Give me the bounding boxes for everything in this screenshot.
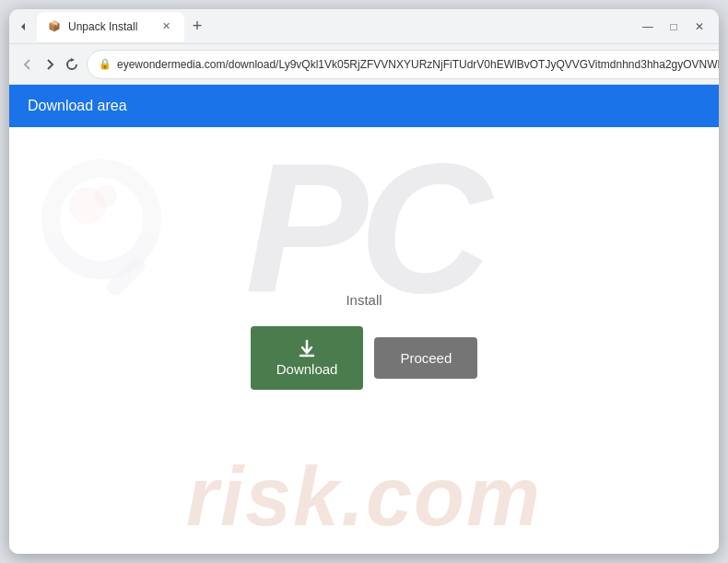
maximize-button[interactable]: □ [662,15,686,39]
svg-rect-4 [104,254,148,299]
secure-icon: 🔒 [99,58,112,70]
proceed-button-label: Proceed [400,350,452,366]
magnifier-watermark [37,155,184,302]
download-button[interactable]: Download [251,326,364,390]
main-content: Install Download Proceed [251,292,478,390]
svg-point-3 [51,169,152,270]
close-button[interactable]: ✕ [687,15,711,39]
tab-favicon: 📦 [48,20,61,33]
page-body: PC risk.com Install Download [9,127,719,554]
tab-close-button[interactable]: ✕ [159,19,173,34]
tab-title: Unpack Install [68,20,151,33]
svg-point-5 [69,187,106,224]
back-button[interactable] [20,52,35,77]
reload-button[interactable] [65,52,79,77]
url-bar[interactable]: 🔒 eyewondermedia.com/download/Ly9vQkl1Vk… [87,50,719,79]
window-title-controls: — □ ✕ [636,15,711,39]
buttons-row: Download Proceed [251,326,478,390]
minimize-button[interactable]: — [636,15,660,39]
title-bar: 📦 Unpack Install ✕ + — □ ✕ [9,9,719,44]
back-history-btn[interactable] [17,20,29,33]
watermark-risk-text: risk.com [186,450,542,545]
install-label: Install [346,292,382,308]
browser-window: 📦 Unpack Install ✕ + — □ ✕ 🔒 eyewonderme… [9,9,719,554]
download-area-header: Download area [9,85,719,127]
svg-marker-0 [21,23,25,30]
active-tab[interactable]: 📦 Unpack Install ✕ [37,12,184,41]
window-controls [17,20,29,33]
download-area-title: Download area [28,98,127,113]
download-button-label: Download [276,361,338,377]
tab-bar: 📦 Unpack Install ✕ + [37,9,636,43]
url-text: eyewondermedia.com/download/Ly9vQkl1Vk05… [117,58,719,71]
new-tab-button[interactable]: + [184,14,210,40]
address-bar: 🔒 eyewondermedia.com/download/Ly9vQkl1Vk… [9,44,719,85]
svg-point-6 [95,185,117,207]
forward-button[interactable] [42,52,57,77]
proceed-button[interactable]: Proceed [374,337,477,379]
page-content: Download area PC risk.com Install [9,85,719,554]
svg-marker-1 [71,58,75,62]
download-icon [298,339,316,358]
